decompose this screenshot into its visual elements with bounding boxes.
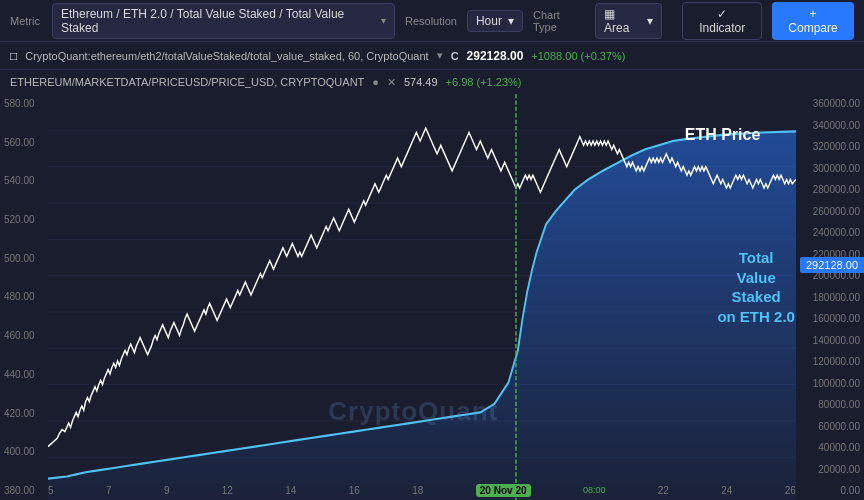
x-axis-label: 5 (48, 485, 54, 496)
series1-tooltip-value: 292128.00 (467, 49, 524, 63)
y-axis-right-label: 300000.00 (796, 163, 860, 174)
x-axis-label: 16 (349, 485, 360, 496)
metric-value: Ethereum / ETH 2.0 / Total Value Staked … (61, 7, 375, 35)
y-axis-right-label: 340000.00 (796, 120, 860, 131)
y-axis-label: 440.00 (4, 369, 48, 380)
y-axis-right-label: 320000.00 (796, 141, 860, 152)
resolution-chevron-icon: ▾ (508, 14, 514, 28)
x-axis-label: 22 (658, 485, 669, 496)
y-axis-right-label: 0.00 (796, 485, 860, 496)
compare-button[interactable]: + Compare (772, 2, 854, 40)
y-axis-right-label: 260000.00 (796, 206, 860, 217)
y-axis-right-label: 140000.00 (796, 335, 860, 346)
x-axis-label: 24 (721, 485, 732, 496)
y-axis-right-label: 40000.00 (796, 442, 860, 453)
x-axis-label: 08:00 (583, 485, 606, 495)
series2-name: ETHEREUM/MARKETDATA/PRICEUSD/PRICE_USD, … (10, 76, 364, 88)
resolution-select[interactable]: Hour ▾ (467, 10, 523, 32)
y-axis-right-label: 240000.00 (796, 227, 860, 238)
x-axis: 5 7 9 12 14 16 18 20 Nov 20 08:00 22 24 … (48, 480, 796, 500)
y-axis-label: 380.00 (4, 485, 48, 496)
y-axis-label: 480.00 (4, 291, 48, 302)
y-axis-right-label: 360000.00 (796, 98, 860, 109)
y-axis-right-label: 80000.00 (796, 399, 860, 410)
chart-type-chevron-icon: ▾ (647, 14, 653, 28)
y-axis-label: 560.00 (4, 137, 48, 148)
series2-change: +6.98 (+1.23%) (446, 76, 522, 88)
y-axis-label: 580.00 (4, 98, 48, 109)
y-axis-right-label: 160000.00 (796, 313, 860, 324)
y-axis-right-label: 280000.00 (796, 184, 860, 195)
price-tag-value: 292128.00 (806, 259, 858, 271)
series1-controls[interactable]: ▾ (437, 49, 443, 62)
y-axis-right-label: 60000.00 (796, 421, 860, 432)
x-axis-label: 9 (164, 485, 170, 496)
y-axis-label: 540.00 (4, 175, 48, 186)
series1-name: CryptoQuant:ethereum/eth2/totalValueStak… (25, 50, 428, 62)
y-axis-label: 500.00 (4, 253, 48, 264)
series2-bar: ETHEREUM/MARKETDATA/PRICEUSD/PRICE_USD, … (0, 70, 864, 94)
right-y-axis: 360000.00 340000.00 320000.00 300000.00 … (796, 94, 864, 500)
series2-value: 574.49 (404, 76, 438, 88)
x-axis-label: 26 (785, 485, 796, 496)
x-axis-label: 12 (222, 485, 233, 496)
series1-icon: □ (10, 49, 17, 63)
series1-bar: □ CryptoQuant:ethereum/eth2/totalValueSt… (0, 42, 864, 70)
chart-type-select[interactable]: ▦ Area ▾ (595, 3, 663, 39)
y-axis-right-label: 120000.00 (796, 356, 860, 367)
left-y-axis: 580.00 560.00 540.00 520.00 500.00 480.0… (0, 94, 48, 500)
price-tag: 292128.00 (800, 257, 864, 273)
y-axis-label: 420.00 (4, 408, 48, 419)
series1-tooltip-change: +1088.00 (+0.37%) (531, 50, 625, 62)
metric-label: Metric (10, 15, 40, 27)
resolution-label: Resolution (405, 15, 457, 27)
y-axis-label: 400.00 (4, 446, 48, 457)
compare-label: + Compare (784, 7, 842, 35)
series2-dot-icon[interactable]: ● (372, 76, 379, 88)
chart-type-value: ▦ Area (604, 7, 642, 35)
indicator-button[interactable]: ✓ Indicator (682, 2, 762, 40)
y-axis-label: 460.00 (4, 330, 48, 341)
x-axis-label: 7 (106, 485, 112, 496)
resolution-value: Hour (476, 14, 502, 28)
metric-select[interactable]: Ethereum / ETH 2.0 / Total Value Staked … (52, 3, 395, 39)
top-bar: Metric Ethereum / ETH 2.0 / Total Value … (0, 0, 864, 42)
series1-tooltip-prefix: C (451, 50, 459, 62)
chart-svg (48, 94, 796, 500)
indicator-label: ✓ Indicator (693, 7, 751, 35)
x-axis-label: 18 (412, 485, 423, 496)
y-axis-label: 520.00 (4, 214, 48, 225)
x-axis-label: 14 (285, 485, 296, 496)
series2-close-icon[interactable]: ✕ (387, 76, 396, 89)
metric-chevron-icon: ▾ (381, 15, 386, 26)
y-axis-right-label: 20000.00 (796, 464, 860, 475)
chart-type-label: Chart Type (533, 9, 585, 33)
y-axis-right-label: 100000.00 (796, 378, 860, 389)
chart-container: 580.00 560.00 540.00 520.00 500.00 480.0… (0, 94, 864, 500)
x-axis-date-highlight: 20 Nov 20 (476, 484, 531, 497)
y-axis-right-label: 180000.00 (796, 292, 860, 303)
